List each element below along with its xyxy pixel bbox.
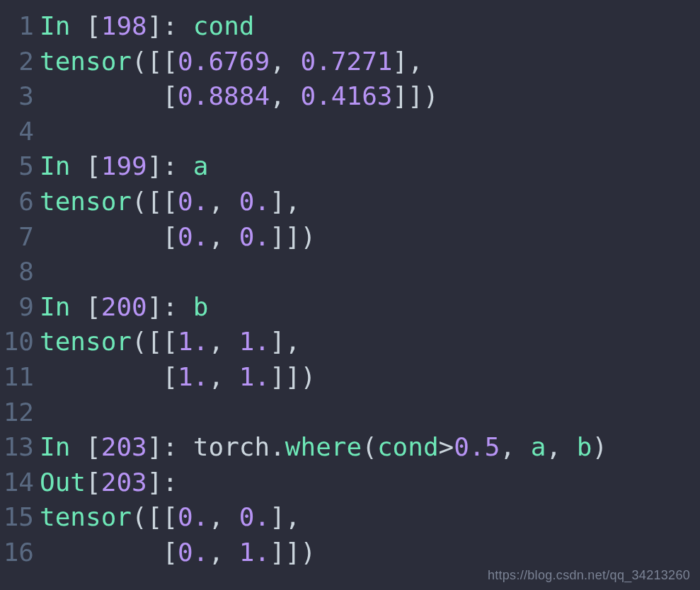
line-number: 7 bbox=[0, 219, 40, 255]
code-line: 4 bbox=[0, 114, 700, 149]
code-line: 14Out[203]: bbox=[0, 465, 700, 500]
line-number: 13 bbox=[0, 429, 40, 465]
code-line: 8 bbox=[0, 254, 700, 289]
code-line: 7 [0., 0.]]) bbox=[0, 219, 700, 255]
code-content: [1., 1.]]) bbox=[40, 359, 700, 395]
code-lines: 1In [198]: cond2tensor([[0.6769, 0.7271]… bbox=[0, 8, 700, 570]
code-content: tensor([[0., 0.], bbox=[40, 499, 700, 535]
line-number: 12 bbox=[0, 395, 40, 430]
code-content: In [198]: cond bbox=[40, 8, 700, 44]
line-number: 5 bbox=[0, 149, 40, 184]
code-content: Out[203]: bbox=[40, 465, 700, 500]
line-number: 1 bbox=[0, 8, 40, 44]
code-line: 16 [0., 1.]]) bbox=[0, 535, 700, 570]
line-number: 10 bbox=[0, 324, 40, 359]
watermark-text: https://blog.csdn.net/qq_34213260 bbox=[488, 568, 690, 583]
code-line: 2tensor([[0.6769, 0.7271], bbox=[0, 44, 700, 79]
code-line: 10tensor([[1., 1.], bbox=[0, 324, 700, 359]
code-content: [0., 0.]]) bbox=[40, 219, 700, 255]
code-line: 1In [198]: cond bbox=[0, 8, 700, 44]
code-content: In [200]: b bbox=[40, 289, 700, 325]
code-content: tensor([[0., 0.], bbox=[40, 184, 700, 219]
code-content: In [199]: a bbox=[40, 149, 700, 184]
code-editor: 1In [198]: cond2tensor([[0.6769, 0.7271]… bbox=[0, 0, 700, 590]
line-number: 2 bbox=[0, 44, 40, 79]
line-number: 9 bbox=[0, 289, 40, 325]
line-number: 6 bbox=[0, 184, 40, 219]
code-content: tensor([[0.6769, 0.7271], bbox=[40, 44, 700, 79]
line-number: 4 bbox=[0, 114, 40, 149]
code-line: 9In [200]: b bbox=[0, 289, 700, 325]
code-content: [0., 1.]]) bbox=[40, 535, 700, 570]
code-content: In [203]: torch.where(cond>0.5, a, b) bbox=[40, 429, 700, 465]
code-line: 3 [0.8884, 0.4163]]) bbox=[0, 79, 700, 114]
code-line: 6tensor([[0., 0.], bbox=[0, 184, 700, 219]
line-number: 8 bbox=[0, 254, 40, 289]
line-number: 16 bbox=[0, 535, 40, 570]
line-number: 14 bbox=[0, 465, 40, 500]
line-number: 3 bbox=[0, 79, 40, 114]
code-line: 12 bbox=[0, 395, 700, 430]
code-line: 15tensor([[0., 0.], bbox=[0, 499, 700, 535]
code-content: [0.8884, 0.4163]]) bbox=[40, 79, 700, 114]
line-number: 11 bbox=[0, 359, 40, 395]
code-line: 13In [203]: torch.where(cond>0.5, a, b) bbox=[0, 429, 700, 465]
code-content: tensor([[1., 1.], bbox=[40, 324, 700, 359]
code-line: 11 [1., 1.]]) bbox=[0, 359, 700, 395]
code-line: 5In [199]: a bbox=[0, 149, 700, 184]
line-number: 15 bbox=[0, 499, 40, 535]
